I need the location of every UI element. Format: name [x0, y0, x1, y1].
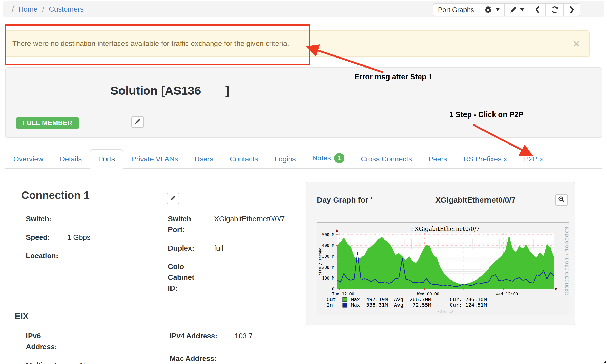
magnifier-plus-icon	[558, 196, 565, 204]
svg-text:0: 0	[332, 286, 334, 291]
edit-connection-button[interactable]	[167, 193, 179, 204]
day-graph-heading: Day Graph for '	[317, 196, 372, 204]
tab-label: Ports	[98, 155, 115, 163]
chevron-right-icon	[568, 6, 575, 14]
port-graphs-label: Port Graphs	[438, 6, 474, 14]
field-row-switch-port: Switch Port: XGigabitEthernet0/0/7	[168, 214, 301, 235]
day-graph-panel: Day Graph for ' XGigabitEthernet0/0/7 01…	[306, 182, 575, 325]
field-label: Duplex:	[168, 243, 204, 254]
field-row-colo-cabinet: Colo Cabinet ID:	[168, 261, 301, 294]
refresh-icon	[551, 6, 559, 14]
breadcrumb-bar: / Home / Customers Port Graphs	[3, 1, 604, 17]
tab-label: P2P »	[524, 155, 544, 163]
svg-text:100 M: 100 M	[322, 276, 334, 281]
field-label: IPv6 Address:	[26, 331, 64, 352]
customer-title-suffix: ]	[225, 84, 229, 98]
tab-contacts[interactable]: Contacts	[222, 149, 267, 169]
field-value: No	[80, 360, 89, 364]
connection-heading: Connection 1	[21, 189, 90, 202]
tab-label: Private VLANs	[131, 155, 178, 163]
breadcrumb-link-home[interactable]: Home	[18, 5, 38, 13]
tab-rs-prefixes[interactable]: RS Prefixes »	[455, 149, 516, 169]
connection-fields-mid: Switch Port: XGigabitEthernet0/0/7 Duple…	[168, 214, 301, 301]
previous-graph-button[interactable]	[529, 4, 546, 16]
field-row-switch: Switch:	[26, 214, 166, 224]
field-value: 103.7	[235, 331, 253, 341]
svg-text:Max 497.19M Avg 266.70M: Max 497.19M Avg 266.70M Cur: 286.10M	[351, 296, 487, 302]
field-value: XGigabitEthernet0/0/7	[214, 214, 285, 235]
close-icon[interactable]: ×	[573, 38, 580, 49]
eix-heading: EIX	[15, 311, 29, 321]
traffic-chart: 0100 M200 M300 M400 M500 MTue 12:00Wed 0…	[317, 223, 569, 315]
tab-p2p[interactable]: P2P »	[516, 149, 552, 169]
tab-label: Details	[60, 155, 82, 163]
tab-private-vlans[interactable]: Private VLANs	[123, 149, 186, 169]
caret-down-icon	[520, 8, 524, 11]
svg-text:RRDTOOL / TOBI OETIKER: RRDTOOL / TOBI OETIKER	[564, 227, 569, 295]
svg-text:x3me IX: x3me IX	[437, 309, 453, 314]
tab-label: Overview	[13, 155, 43, 163]
svg-text:Tue 12:00: Tue 12:00	[332, 292, 354, 296]
pencil-icon	[134, 118, 141, 126]
field-label: Switch:	[26, 214, 64, 224]
connection-fields-left: Switch: Speed: 1 Gbps Location:	[26, 214, 166, 269]
customer-tabs: OverviewDetailsPortsPrivate VLANsUsersCo…	[5, 148, 602, 169]
tab-label: Peers	[428, 155, 447, 163]
tab-users[interactable]: Users	[186, 149, 222, 169]
next-graph-button[interactable]	[564, 4, 580, 16]
port-graphs-button[interactable]: Port Graphs	[433, 4, 479, 16]
tab-details[interactable]: Details	[52, 149, 90, 169]
svg-text:Wed 00:00: Wed 00:00	[417, 292, 439, 296]
svg-text:: XGigabitEthernet0/0/7: : XGigabitEthernet0/0/7	[411, 226, 480, 232]
graph-toolbar: Port Graphs	[433, 3, 580, 16]
edit-dropdown-button[interactable]	[505, 4, 529, 16]
svg-text:Wed 12:00: Wed 12:00	[496, 292, 518, 296]
svg-text:500 M: 500 M	[322, 232, 334, 237]
tab-notes[interactable]: Notes1	[304, 147, 353, 169]
svg-text:bits / second: bits / second	[318, 248, 322, 276]
field-row-ipv6: IPv6 Address:	[26, 331, 159, 352]
field-label: Location:	[26, 251, 64, 261]
svg-text:300 M: 300 M	[322, 254, 334, 259]
tab-label: Users	[195, 155, 213, 163]
svg-text:200 M: 200 M	[322, 265, 334, 270]
field-row-mac: Mac Address:	[170, 353, 319, 364]
field-label: Colo Cabinet ID:	[168, 261, 204, 294]
refresh-button[interactable]	[546, 4, 564, 16]
tab-ports[interactable]: Ports	[90, 149, 123, 169]
zoom-graph-button[interactable]	[555, 194, 568, 206]
eix-fields-right: IPv4 Address: 103.7 Mac Address:	[170, 331, 319, 364]
tab-cross-connects[interactable]: Cross Connects	[353, 149, 420, 169]
svg-text:Out: Out	[327, 296, 336, 302]
alert-message: There were no destination interfaces ava…	[12, 40, 289, 48]
svg-text:In: In	[327, 302, 333, 308]
resize-corner-mark	[603, 361, 606, 363]
field-row-multicast: Multicast: No	[26, 360, 159, 364]
tab-label: Contacts	[230, 155, 258, 163]
customer-title: Solution [AS136 ]	[110, 84, 229, 98]
tab-logins[interactable]: Logins	[266, 149, 304, 169]
edit-customer-button[interactable]	[131, 116, 144, 128]
field-row-speed: Speed: 1 Gbps	[26, 232, 166, 243]
tab-overview[interactable]: Overview	[5, 149, 52, 169]
settings-dropdown-button[interactable]	[479, 4, 505, 16]
field-row-duplex: Duplex: full	[168, 243, 301, 254]
chevron-left-icon	[534, 6, 541, 14]
pencil-icon	[170, 195, 176, 202]
pencil-icon	[509, 6, 517, 14]
field-label: Mac Address:	[170, 353, 224, 364]
field-row-location: Location:	[26, 251, 166, 261]
rrd-graph-image[interactable]: 0100 M200 M300 M400 M500 MTue 12:00Wed 0…	[317, 222, 569, 315]
tab-peers[interactable]: Peers	[420, 149, 455, 169]
breadcrumb-link-customers[interactable]: Customers	[49, 5, 83, 13]
member-status-badge: FULL MEMBER	[16, 117, 79, 129]
customer-title-prefix: Solution [AS136	[110, 84, 201, 98]
eix-fields-left: IPv6 Address: Multicast: No	[26, 331, 159, 364]
tab-label: RS Prefixes »	[463, 155, 507, 163]
tab-label: Logins	[274, 155, 296, 163]
customer-panel	[5, 67, 602, 138]
svg-text:400 M: 400 M	[322, 243, 334, 248]
breadcrumb-separator: /	[42, 5, 44, 13]
page: / Home / Customers Port Graphs	[0, 0, 607, 364]
tab-label: Cross Connects	[361, 155, 412, 163]
